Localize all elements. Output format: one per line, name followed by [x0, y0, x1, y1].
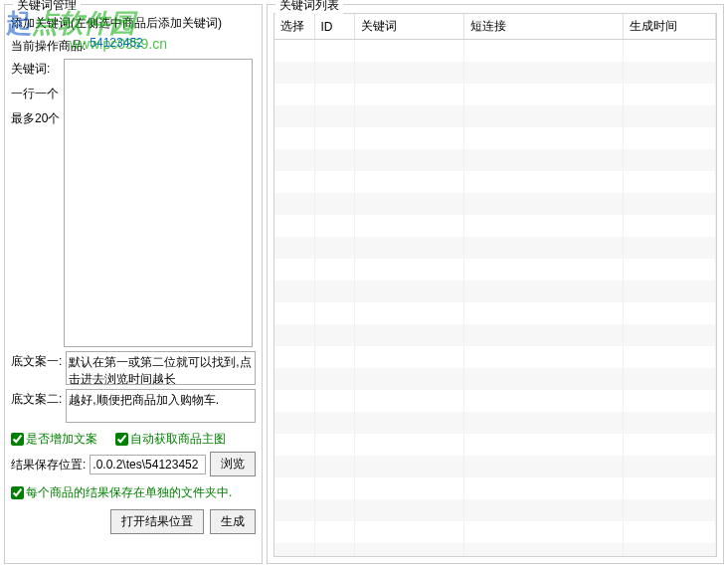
- copy2-label: 底文案二:: [11, 389, 62, 408]
- table-row: [274, 40, 716, 63]
- col-gentime[interactable]: 生成时间: [623, 14, 716, 40]
- table-row: [274, 368, 716, 390]
- table-row: [274, 215, 716, 237]
- keyword-list-title: 关键词列表: [275, 0, 343, 14]
- col-shortlink[interactable]: 短连接: [463, 14, 623, 40]
- keyword-list-panel: 关键词列表 选择 ID 关键词 短连接 生成时间: [267, 4, 724, 564]
- table-row: [274, 324, 716, 346]
- keyword-table-wrap: 选择 ID 关键词 短连接 生成时间: [273, 13, 717, 557]
- path-label: 结果保存位置:: [11, 455, 86, 473]
- open-result-button[interactable]: 打开结果位置: [110, 509, 204, 534]
- keyword-manage-title: 关键词管理: [13, 0, 81, 14]
- path-input[interactable]: [90, 455, 206, 474]
- keyword-label-1: 关键词:: [11, 59, 60, 78]
- browse-button[interactable]: 浏览: [210, 452, 256, 476]
- table-row: [274, 193, 716, 215]
- table-row: [274, 456, 716, 477]
- add-keyword-subtitle: 添加关键词(左侧选中商品后添加关键词): [11, 13, 256, 32]
- current-product-id: 54123452: [90, 36, 142, 50]
- auto-img-checkbox-input[interactable]: [115, 433, 128, 446]
- col-select[interactable]: 选择: [274, 14, 314, 40]
- table-row: [274, 477, 716, 499]
- auto-img-checkbox-label: 自动获取商品主图: [130, 431, 226, 448]
- col-keyword[interactable]: 关键词: [354, 14, 463, 40]
- table-row: [274, 62, 716, 84]
- save-folder-checkbox-input[interactable]: [11, 486, 24, 499]
- table-row: [274, 499, 716, 521]
- copy1-label: 底文案一:: [11, 351, 62, 370]
- keyword-manage-panel: 关键词管理 添加关键词(左侧选中商品后添加关键词) 当前操作商品: 541234…: [4, 4, 263, 564]
- table-row: [274, 543, 716, 557]
- table-row: [274, 259, 716, 281]
- save-folder-checkbox-label: 每个商品的结果保存在单独的文件夹中.: [26, 484, 232, 501]
- table-row: [274, 412, 716, 434]
- table-row: [274, 127, 716, 149]
- table-row: [274, 281, 716, 302]
- copy2-textarea[interactable]: [66, 389, 256, 423]
- table-row: [274, 434, 716, 456]
- table-row: [274, 390, 716, 412]
- current-product-label: 当前操作商品:: [11, 36, 86, 55]
- keywords-textarea[interactable]: [64, 59, 253, 347]
- copy1-textarea[interactable]: [66, 351, 256, 385]
- table-row: [274, 84, 716, 105]
- table-row: [274, 149, 716, 171]
- table-row: [274, 105, 716, 127]
- add-copy-checkbox-label: 是否增加文案: [26, 431, 97, 448]
- table-row: [274, 346, 716, 368]
- auto-img-checkbox[interactable]: 自动获取商品主图: [115, 431, 226, 448]
- table-row: [274, 521, 716, 543]
- table-row: [274, 237, 716, 259]
- col-id[interactable]: ID: [314, 14, 354, 40]
- keyword-label-3: 最多20个: [11, 108, 60, 127]
- add-copy-checkbox[interactable]: 是否增加文案: [11, 431, 97, 448]
- save-folder-checkbox[interactable]: 每个商品的结果保存在单独的文件夹中.: [11, 484, 232, 501]
- keyword-table: 选择 ID 关键词 短连接 生成时间: [274, 14, 716, 557]
- generate-button[interactable]: 生成: [210, 509, 256, 534]
- table-row: [274, 302, 716, 324]
- add-copy-checkbox-input[interactable]: [11, 433, 24, 446]
- keyword-label-2: 一行一个: [11, 84, 60, 102]
- table-row: [274, 171, 716, 193]
